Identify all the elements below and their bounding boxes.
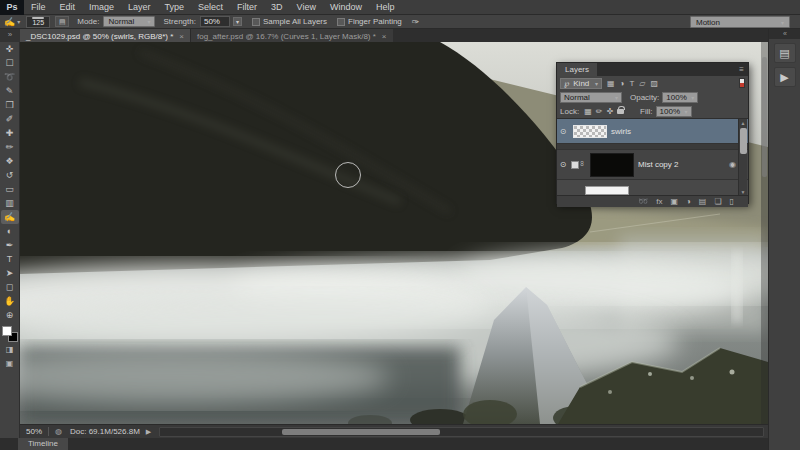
menu-image[interactable]: Image xyxy=(82,0,121,15)
marquee-tool[interactable]: ☐ xyxy=(1,56,19,70)
new-layer-icon[interactable]: ❏ xyxy=(714,197,721,206)
sample-all-layers-checkbox[interactable] xyxy=(252,18,260,26)
layers-scrollbar[interactable]: ▲ ▼ xyxy=(738,119,747,195)
hand-tool[interactable]: ✋ xyxy=(1,294,19,308)
blend-mode-dropdown[interactable]: Normal▾ xyxy=(560,92,622,103)
dock-icons: ▤▶ xyxy=(769,43,800,87)
lasso-tool[interactable]: ➰ xyxy=(1,70,19,84)
strength-field[interactable]: 50% xyxy=(200,16,230,27)
tab-fog-after[interactable]: fog_after.psd @ 16.7% (Curves 1, Layer M… xyxy=(190,29,393,43)
dodge-tool[interactable]: ◐ xyxy=(1,224,19,238)
panel-menu-icon[interactable]: ≡ xyxy=(739,65,744,74)
menu-edit[interactable]: Edit xyxy=(53,0,83,15)
menu-window[interactable]: Window xyxy=(323,0,369,15)
fill-field[interactable]: 100%▾ xyxy=(656,106,692,117)
tools-panel-collapse[interactable]: » xyxy=(0,29,20,42)
link-layers-icon[interactable]: ➿ xyxy=(638,197,648,206)
timeline-tab[interactable]: Timeline xyxy=(18,438,68,450)
close-icon[interactable]: × xyxy=(179,32,184,41)
lock-all-icon[interactable] xyxy=(617,109,624,114)
kind-filter-dropdown[interactable]: ℘ Kind ▾ xyxy=(560,78,602,89)
menu-3d[interactable]: 3D xyxy=(264,0,290,15)
move-tool[interactable]: ✜ xyxy=(1,42,19,56)
foreground-color-swatch[interactable] xyxy=(2,326,12,336)
eye-icon[interactable]: ⊙ xyxy=(557,127,569,136)
path-selection-tool[interactable]: ➤ xyxy=(1,266,19,280)
horizontal-scrollbar-thumb[interactable] xyxy=(282,429,440,435)
chevron-down-icon: ▾ xyxy=(685,108,688,115)
scroll-up-icon[interactable]: ▲ xyxy=(739,119,747,127)
vertical-scrollbar-thumb[interactable] xyxy=(762,57,767,177)
filter-shape-layers-icon[interactable]: ▱ xyxy=(639,79,645,88)
delete-layer-icon[interactable]: ▯ xyxy=(730,197,734,206)
horizontal-scrollbar[interactable] xyxy=(159,427,764,437)
history-panel-icon[interactable]: ▤ xyxy=(774,43,796,63)
screen-mode-button[interactable]: ▣ xyxy=(1,358,19,370)
gradient-tool[interactable]: ▥ xyxy=(1,196,19,210)
layer-mask-thumbnail[interactable] xyxy=(590,153,634,177)
adjustment-layer-icon[interactable]: ◑ xyxy=(686,197,691,206)
scroll-down-icon[interactable]: ▼ xyxy=(739,188,747,195)
menu-layer[interactable]: Layer xyxy=(121,0,158,15)
crop-tool[interactable]: ❒ xyxy=(1,98,19,112)
eyedropper-tool[interactable]: ✐ xyxy=(1,112,19,126)
smudge-tool[interactable]: ✍ xyxy=(1,210,19,224)
lock-position-icon[interactable]: ✜ xyxy=(606,107,613,116)
zoom-level-field[interactable]: 50% xyxy=(26,427,42,436)
quick-selection-tool[interactable]: ✎ xyxy=(1,84,19,98)
vertical-scrollbar[interactable] xyxy=(761,42,768,424)
new-group-icon[interactable]: ▤ xyxy=(699,197,707,206)
history-brush-tool[interactable]: ↺ xyxy=(1,168,19,182)
layer-row-mist-copy-2[interactable]: ⊙ ∞ Mist copy 2 ◉ xyxy=(557,150,748,180)
filter-type-layers-icon[interactable]: T xyxy=(629,79,634,88)
layer-filter-toggle[interactable] xyxy=(739,78,745,88)
actions-panel-icon[interactable]: ▶ xyxy=(774,67,796,87)
brush-tool[interactable]: ✏ xyxy=(1,140,19,154)
finger-painting-checkbox[interactable] xyxy=(337,18,345,26)
tablet-pressure-icon[interactable]: ✑ xyxy=(412,17,420,27)
shape-tool[interactable]: ◻ xyxy=(1,280,19,294)
menu-type[interactable]: Type xyxy=(158,0,192,15)
menu-view[interactable]: View xyxy=(290,0,323,15)
add-mask-icon[interactable]: ▣ xyxy=(670,197,678,206)
mode-dropdown[interactable]: Normal▾ xyxy=(103,16,155,27)
zoom-tool[interactable]: ⊕ xyxy=(1,308,19,322)
color-swatches[interactable] xyxy=(2,326,18,342)
filter-pixel-layers-icon[interactable]: ▦ xyxy=(607,79,615,88)
layer-thumbnail-small[interactable] xyxy=(571,161,579,169)
layers-scrollbar-thumb[interactable] xyxy=(740,128,747,154)
brush-preset-picker[interactable]: 125 xyxy=(26,16,50,28)
layer-row-swirls[interactable]: ⊙ swirls xyxy=(557,119,748,144)
layer-thumbnail-swirls[interactable] xyxy=(573,125,607,138)
brush-cursor xyxy=(335,162,361,188)
pen-tool[interactable]: ✒ xyxy=(1,238,19,252)
lock-paint-icon[interactable]: ✏ xyxy=(596,107,603,116)
layer-style-icon[interactable]: fx xyxy=(656,197,662,206)
type-tool[interactable]: T xyxy=(1,252,19,266)
smudge-tool-icon[interactable]: ✍▾ xyxy=(4,17,20,27)
opacity-field[interactable]: 100%▾ xyxy=(662,92,698,103)
lock-transparency-icon[interactable]: ▦ xyxy=(584,107,592,116)
tab-dsc1029[interactable]: _DSC1029.psd @ 50% (swirls, RGB/8*) * × xyxy=(20,29,190,43)
healing-brush-tool[interactable]: ✚ xyxy=(1,126,19,140)
workspace-switcher[interactable]: Motion▾ xyxy=(690,16,790,28)
filter-adjustment-layers-icon[interactable]: ◑ xyxy=(620,79,625,88)
clone-stamp-tool[interactable]: ❖ xyxy=(1,154,19,168)
eraser-tool[interactable]: ▭ xyxy=(1,182,19,196)
brush-panel-toggle[interactable]: ▤ xyxy=(55,16,69,27)
quick-mask-button[interactable]: ◨ xyxy=(1,344,19,356)
menu-file[interactable]: File xyxy=(24,0,53,15)
close-icon[interactable]: × xyxy=(382,32,387,41)
menu-help[interactable]: Help xyxy=(369,0,402,15)
layers-panel-tab[interactable]: Layers xyxy=(557,63,597,76)
eye-icon[interactable]: ⊙ xyxy=(557,160,569,169)
status-flyout-icon[interactable]: ▶ xyxy=(146,428,151,436)
menu-filter[interactable]: Filter xyxy=(230,0,264,15)
filter-smart-objects-icon[interactable]: ▨ xyxy=(650,79,658,88)
strength-dropdown-button[interactable]: ▾ xyxy=(233,17,242,26)
dock-collapse-button[interactable]: « xyxy=(769,29,800,39)
right-panel-dock: « ▤▶ xyxy=(768,29,800,450)
blend-mode-row: Normal▾ Opacity: 100%▾ xyxy=(557,90,748,104)
menu-select[interactable]: Select xyxy=(191,0,230,15)
mask-link-icon[interactable]: ∞ xyxy=(579,161,586,168)
